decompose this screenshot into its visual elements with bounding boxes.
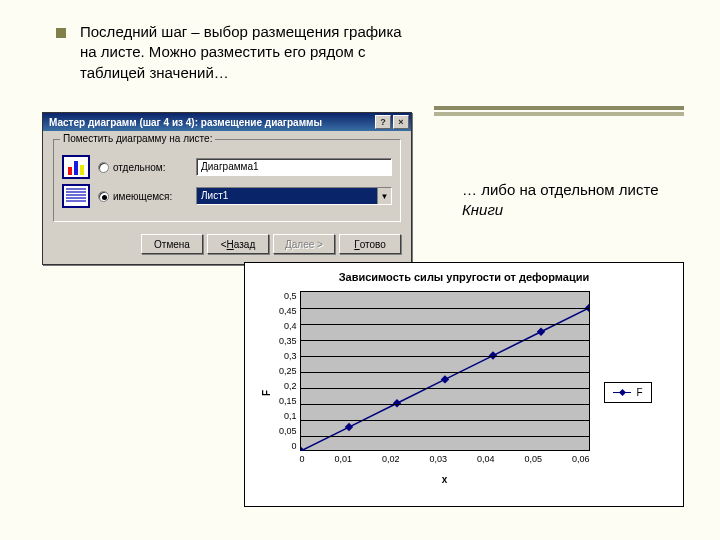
slide-text-right-italic: Книги xyxy=(462,201,503,218)
chevron-down-icon[interactable]: ▼ xyxy=(377,188,391,204)
svg-rect-5 xyxy=(536,328,544,336)
group-label: Поместить диаграмму на листе: xyxy=(60,133,215,144)
embedded-chart: Зависимость силы упругости от деформации… xyxy=(244,262,684,507)
chart-yscale: 0,50,450,40,350,30,250,20,150,10,050 xyxy=(265,291,300,451)
combo-value: Лист1 xyxy=(197,188,377,204)
chart-title: Зависимость силы упругости от деформации xyxy=(245,263,683,285)
chart-sheet-icon[interactable] xyxy=(62,155,90,179)
placement-group: Поместить диаграмму на листе: отдельном:… xyxy=(53,139,401,222)
close-button[interactable]: × xyxy=(393,115,409,129)
chart-xscale: 00,010,020,030,040,050,06 xyxy=(300,451,590,464)
next-button: Далее > xyxy=(273,234,335,254)
row-separate: отдельном: Диаграмма1 xyxy=(62,155,392,179)
row-existing: имеющемся: Лист1 ▼ xyxy=(62,184,392,208)
radio-existing[interactable]: имеющемся: xyxy=(98,191,188,202)
chart-xlabel: x xyxy=(300,464,590,485)
radio-separate-label: отдельном: xyxy=(113,162,165,173)
radio-separate[interactable]: отдельном: xyxy=(98,162,188,173)
worksheet-icon[interactable] xyxy=(62,184,90,208)
dialog-button-row: Отмена < Назад Далее > Готово xyxy=(53,230,401,254)
back-button[interactable]: < Назад xyxy=(207,234,269,254)
existing-sheet-combo[interactable]: Лист1 ▼ xyxy=(196,187,392,205)
chart-legend: F xyxy=(604,382,652,403)
cancel-button[interactable]: Отмена xyxy=(141,234,203,254)
help-button[interactable]: ? xyxy=(375,115,391,129)
finish-button[interactable]: Готово xyxy=(339,234,401,254)
slide-text-right: … либо на отдельном листе Книги xyxy=(462,180,662,221)
slide-text-top: Последний шаг – выбор размещения графика… xyxy=(80,22,420,83)
legend-label: F xyxy=(637,387,643,398)
separate-name-field[interactable]: Диаграмма1 xyxy=(196,158,392,176)
bullet-icon xyxy=(56,28,66,38)
chart-plot-area xyxy=(300,291,590,451)
svg-rect-1 xyxy=(344,423,352,431)
chart-ylabel: F xyxy=(261,389,272,395)
dialog-titlebar[interactable]: Мастер диаграмм (шаг 4 из 4): размещение… xyxy=(43,113,411,131)
svg-rect-3 xyxy=(440,375,448,383)
slide-text-right-a: … либо на отдельном листе xyxy=(462,181,659,198)
chart-wizard-dialog: Мастер диаграмм (шаг 4 из 4): размещение… xyxy=(42,112,412,265)
legend-marker-icon xyxy=(613,392,631,393)
dialog-title: Мастер диаграмм (шаг 4 из 4): размещение… xyxy=(49,117,322,128)
radio-existing-label: имеющемся: xyxy=(113,191,172,202)
decorative-bars xyxy=(434,106,684,116)
